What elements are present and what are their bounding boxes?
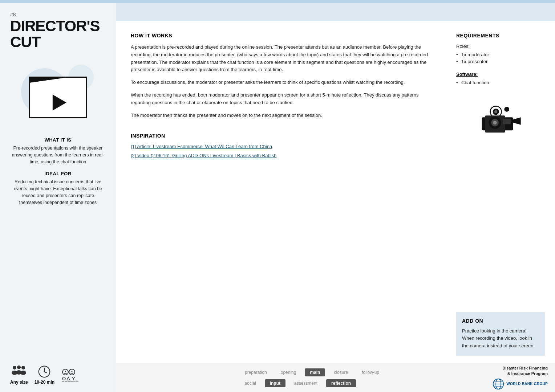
- software-list: Chat function: [456, 80, 545, 87]
- svg-point-13: [72, 371, 73, 372]
- play-icon: [52, 95, 66, 111]
- clapper-board: [29, 77, 87, 118]
- svg-rect-21: [76, 381, 78, 381]
- tab-closure[interactable]: closure: [329, 368, 353, 376]
- top-bar: [0, 0, 555, 3]
- tab-main[interactable]: main: [305, 368, 325, 376]
- page-title: DIRECTOR'S CUT: [10, 18, 106, 50]
- complexity-item: [61, 368, 81, 381]
- tab-reflection[interactable]: reflection: [326, 379, 356, 387]
- camera-svg: [479, 102, 522, 134]
- sidebar: #8 DIRECTOR'S CUT WHAT IT IS Pre-recorde…: [0, 3, 116, 392]
- content-right: REQUIREMENTS Roles: 1x moderator 1x pres…: [446, 21, 555, 363]
- how-it-works-p2: To encourage discussions, the moderator …: [131, 79, 432, 86]
- tab-opening[interactable]: opening: [276, 368, 301, 376]
- bottom-logo: Disaster Risk Financing& Insurance Progr…: [493, 366, 548, 390]
- any-size-item: Any size: [10, 365, 28, 385]
- wb-globe-icon: [493, 378, 504, 390]
- people-icon: [10, 365, 28, 378]
- role-1: 1x moderator: [456, 52, 545, 57]
- tab-social[interactable]: social: [240, 379, 261, 387]
- icons-row: Any size 10-20 min: [10, 361, 106, 385]
- svg-rect-19: [70, 381, 73, 381]
- add-on-text: Practice looking in the camera! When rec…: [462, 327, 539, 350]
- tab-assessment[interactable]: assessment: [289, 379, 323, 387]
- svg-point-2: [17, 366, 21, 369]
- svg-point-9: [44, 371, 45, 372]
- illustration: [10, 57, 106, 130]
- main-layout: #8 DIRECTOR'S CUT WHAT IT IS Pre-recorde…: [0, 3, 555, 392]
- svg-point-12: [69, 369, 75, 375]
- how-it-works-title: HOW IT WORKS: [131, 33, 432, 38]
- svg-point-24: [494, 110, 498, 114]
- svg-marker-15: [67, 377, 70, 380]
- svg-rect-18: [68, 381, 70, 381]
- what-it-is: WHAT IT IS Pre-recorded presentations wi…: [10, 137, 106, 165]
- time-item: 10-20 min: [35, 365, 54, 385]
- content-top-bar: [116, 3, 555, 21]
- svg-point-11: [65, 371, 66, 372]
- svg-rect-31: [503, 119, 511, 124]
- how-it-works-p4: The moderator then thanks the presenter …: [131, 112, 432, 119]
- svg-point-14: [62, 377, 65, 380]
- inspiration-link-2[interactable]: [2] Video (2:06:16): Grilling ADD-ONs Li…: [131, 153, 432, 158]
- role-2: 1x presenter: [456, 59, 545, 64]
- inspiration-2-link[interactable]: Grilling ADD-ONs Livestream | Basics wit…: [172, 153, 276, 158]
- ideal-for-text: Reducing technical issue concerns that l…: [10, 179, 106, 206]
- clapperboard: [29, 77, 87, 118]
- clock-icon: [38, 365, 51, 378]
- wb-text: WORLD BANK GROUP: [506, 382, 548, 386]
- svg-point-10: [62, 369, 68, 375]
- svg-point-5: [20, 371, 26, 375]
- ideal-for-title: IDEAL FOR: [10, 171, 106, 176]
- requirements-title: REQUIREMENTS: [456, 33, 545, 38]
- bottom-bar: preparation opening main closure follow-…: [116, 363, 555, 392]
- bottom-tabs: preparation opening main closure follow-…: [240, 368, 493, 387]
- add-on-title: ADD ON: [462, 318, 539, 324]
- svg-point-30: [493, 121, 497, 124]
- time-label: 10-20 min: [35, 380, 54, 385]
- world-bank-logo: WORLD BANK GROUP: [493, 378, 548, 390]
- software-label: Software:: [456, 72, 545, 77]
- inspiration-1-prefix: [1] Article:: [131, 144, 153, 149]
- ideal-for: IDEAL FOR Reducing technical issue conce…: [10, 171, 106, 206]
- how-it-works-p1: A presentation is pre-recorded and playe…: [131, 44, 432, 74]
- what-it-is-title: WHAT IT IS: [10, 137, 106, 143]
- software-1: Chat function: [456, 80, 545, 85]
- svg-point-4: [21, 366, 25, 369]
- tabs-row-1: preparation opening main closure follow-…: [240, 368, 493, 376]
- logo-text: Disaster Risk Financing& Insurance Progr…: [502, 366, 548, 376]
- roles-list: 1x moderator 1x presenter: [456, 52, 545, 66]
- inspiration-section: INSPIRATION [1] Article: Livestream Ecom…: [131, 133, 432, 162]
- clapper-top: [29, 77, 87, 83]
- content-area: HOW IT WORKS A presentation is pre-recor…: [116, 3, 555, 392]
- any-size-label: Any size: [10, 380, 28, 385]
- tab-preparation[interactable]: preparation: [240, 368, 272, 376]
- inspiration-link-1[interactable]: [1] Article: Livestream Ecommerce: What …: [131, 144, 432, 149]
- roles-label: Roles:: [456, 44, 545, 49]
- add-on-box: ADD ON Practice looking in the camera! W…: [456, 312, 545, 356]
- svg-rect-20: [73, 381, 76, 381]
- what-it-is-text: Pre-recorded presentations with the spea…: [10, 145, 106, 165]
- tabs-row-2: social input assessment reflection: [240, 379, 493, 387]
- inspiration-2-prefix: [2] Video (2:06:16):: [131, 153, 172, 158]
- tab-input[interactable]: input: [265, 379, 285, 387]
- how-it-works-p3: When the recording has ended, both moder…: [131, 91, 432, 107]
- content-body: HOW IT WORKS A presentation is pre-recor…: [116, 21, 555, 363]
- wb-label: WORLD BANK GROUP: [506, 382, 548, 386]
- complexity-icon: [61, 368, 81, 381]
- page-number: #8: [10, 12, 106, 17]
- svg-point-25: [504, 107, 509, 112]
- camera-illustration: [456, 100, 545, 136]
- inspiration-1-link[interactable]: Livestream Ecommerce: What We Can Learn …: [153, 144, 272, 149]
- content-main: HOW IT WORKS A presentation is pre-recor…: [116, 21, 446, 363]
- svg-rect-17: [65, 381, 67, 381]
- svg-point-0: [13, 366, 16, 369]
- tab-followup[interactable]: follow-up: [357, 368, 384, 376]
- clapper-stripes: [29, 77, 87, 83]
- inspiration-title: INSPIRATION: [131, 133, 432, 139]
- svg-rect-16: [62, 381, 64, 381]
- svg-marker-32: [513, 117, 520, 125]
